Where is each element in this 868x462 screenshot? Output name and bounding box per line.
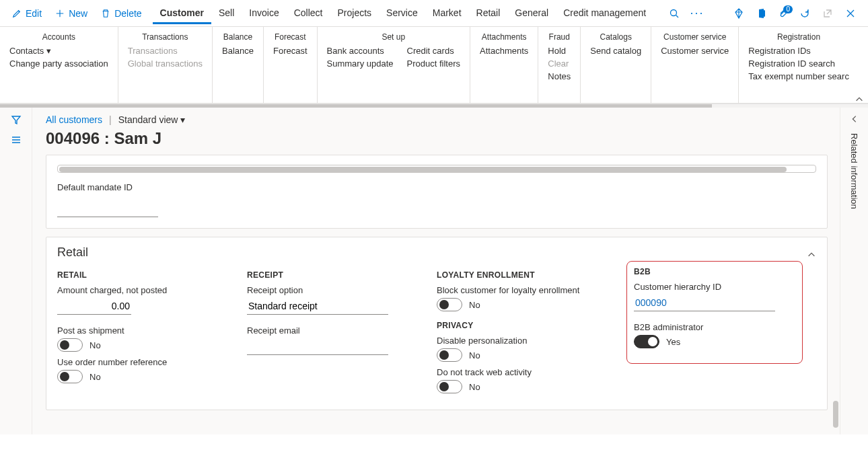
inner-horizontal-scrollbar[interactable] <box>57 165 816 173</box>
module-tabs: Customer Sell Invoice Collect Projects S… <box>153 2 667 24</box>
view-label: Standard view <box>118 114 178 125</box>
more-icon[interactable]: ··· <box>690 7 704 20</box>
ribbon-tax-exempt-search[interactable]: Tax exempt number searc <box>748 71 849 81</box>
disable-personalization-toggle[interactable] <box>437 348 462 362</box>
ribbon-transactions: Transactions <box>128 46 203 56</box>
tab-collect[interactable]: Collect <box>287 2 330 24</box>
tab-sell[interactable]: Sell <box>211 2 242 24</box>
breadcrumb: All customers | Standard view ▾ <box>46 108 828 128</box>
ribbon-contacts[interactable]: Contacts▾ <box>9 46 108 56</box>
tab-customer[interactable]: Customer <box>153 2 211 24</box>
ribbon-hold[interactable]: Hold <box>548 46 571 56</box>
receipt-option-input[interactable] <box>247 298 388 315</box>
tab-credit-management[interactable]: Credit management <box>556 2 653 24</box>
col-receipt: RECEIPT Receipt option Receipt email <box>247 265 437 399</box>
diamond-icon[interactable] <box>732 7 746 20</box>
default-mandate-input[interactable] <box>57 200 158 217</box>
ribbon-group-attachments: Attachments Attachments <box>470 27 538 103</box>
tab-general[interactable]: General <box>507 2 556 24</box>
refresh-icon[interactable] <box>798 7 811 20</box>
amount-charged-label: Amount charged, not posted <box>57 285 233 295</box>
attachments-icon[interactable]: 0 <box>778 8 789 19</box>
tab-retail[interactable]: Retail <box>469 2 508 24</box>
retail-card: Retail RETAIL Amount charged, not posted… <box>46 237 828 410</box>
ribbon-credit-cards[interactable]: Credit cards <box>407 46 460 56</box>
breadcrumb-all-customers[interactable]: All customers <box>46 114 102 125</box>
col-loyalty-privacy: LOYALTY ENROLLMENT Block customer for lo… <box>437 265 626 399</box>
search-icon[interactable] <box>667 7 681 20</box>
ribbon-bank-accounts[interactable]: Bank accounts <box>327 46 394 56</box>
ribbon-group-fraud: Fraud Hold Clear Notes <box>538 27 581 103</box>
b2b-group-title: B2B <box>634 267 795 276</box>
ribbon-balance[interactable]: Balance <box>222 46 254 56</box>
ribbon-customer-service[interactable]: Customer service <box>661 46 729 56</box>
col-retail: RETAIL Amount charged, not posted Post a… <box>57 265 247 399</box>
receipt-option-label: Receipt option <box>247 285 423 295</box>
mandate-card: Default mandate ID <box>46 155 828 229</box>
new-button[interactable]: New <box>48 4 94 23</box>
chevron-down-icon: ▾ <box>180 114 185 125</box>
trash-icon <box>101 9 110 18</box>
close-icon[interactable] <box>844 7 857 20</box>
view-selector[interactable]: Standard view ▾ <box>118 114 186 125</box>
tab-projects[interactable]: Projects <box>330 2 379 24</box>
amount-charged-input[interactable] <box>57 298 131 315</box>
use-order-ref-toggle[interactable] <box>57 370 83 383</box>
ribbon-group-forecast: Forecast Forecast <box>264 27 318 103</box>
filter-icon[interactable] <box>11 114 22 125</box>
receipt-group-title: RECEIPT <box>247 270 423 280</box>
main-area: All customers | Standard view ▾ 004096 :… <box>0 108 868 434</box>
do-not-track-toggle[interactable] <box>437 380 462 393</box>
ribbon-change-party[interactable]: Change party association <box>9 59 108 69</box>
receipt-email-input[interactable] <box>247 338 388 355</box>
col-b2b: B2B Customer hierarchy ID B2B administra… <box>626 265 816 399</box>
ribbon-notes[interactable]: Notes <box>548 71 571 81</box>
loyalty-group-title: LOYALTY ENROLLMENT <box>437 270 613 280</box>
block-loyalty-toggle[interactable] <box>437 298 462 311</box>
edit-button[interactable]: Edit <box>5 4 48 23</box>
do-not-track-label: Do not track web activity <box>437 367 613 377</box>
do-not-track-value: No <box>469 382 480 392</box>
chevron-up-icon[interactable] <box>807 250 816 260</box>
ribbon-title-attachments: Attachments <box>480 32 528 42</box>
post-as-shipment-toggle[interactable] <box>57 338 83 352</box>
disable-personalization-value: No <box>469 350 480 360</box>
hierarchy-id-input[interactable] <box>634 295 775 311</box>
content-vertical-scrollbar[interactable] <box>833 401 838 428</box>
receipt-email-label: Receipt email <box>247 325 423 336</box>
chevron-left-icon[interactable] <box>850 114 859 124</box>
top-action-bar: Edit New Delete Customer Sell Invoice Co… <box>0 0 868 27</box>
tab-market[interactable]: Market <box>425 2 469 24</box>
ribbon-product-filters[interactable]: Product filters <box>407 59 460 69</box>
ribbon-title-transactions: Transactions <box>128 32 203 42</box>
popout-icon[interactable] <box>821 7 834 20</box>
ribbon-group-balance: Balance Balance <box>213 27 264 103</box>
ribbon-title-fraud: Fraud <box>548 32 571 42</box>
ribbon-attachments[interactable]: Attachments <box>480 46 528 56</box>
edit-label: Edit <box>26 8 42 19</box>
b2b-admin-toggle[interactable] <box>634 335 659 348</box>
delete-button[interactable]: Delete <box>94 4 148 23</box>
left-rail <box>0 108 32 434</box>
breadcrumb-divider: | <box>109 114 112 125</box>
ribbon-summary-update[interactable]: Summary update <box>327 59 394 69</box>
ribbon-title-balance: Balance <box>222 32 254 42</box>
ribbon-send-catalog[interactable]: Send catalog <box>590 46 641 56</box>
content: All customers | Standard view ▾ 004096 :… <box>32 108 840 434</box>
svg-point-0 <box>671 9 677 15</box>
ribbon-global-transactions: Global transactions <box>128 59 203 69</box>
list-icon[interactable] <box>11 134 22 145</box>
office-icon[interactable] <box>755 7 768 20</box>
b2b-highlight-box: B2B Customer hierarchy ID B2B administra… <box>626 261 803 364</box>
pencil-icon <box>12 9 22 18</box>
ribbon-title-accounts: Accounts <box>9 32 108 42</box>
right-rail: Related information <box>840 108 868 434</box>
tab-invoice[interactable]: Invoice <box>242 2 286 24</box>
related-information-label[interactable]: Related information <box>849 133 859 209</box>
ribbon-forecast[interactable]: Forecast <box>273 46 308 56</box>
retail-section-title[interactable]: Retail <box>57 244 88 265</box>
tab-service[interactable]: Service <box>379 2 425 24</box>
ribbon-registration-ids[interactable]: Registration IDs <box>748 46 849 56</box>
ribbon-registration-id-search[interactable]: Registration ID search <box>748 59 849 69</box>
ribbon-collapse-icon[interactable] <box>855 95 864 104</box>
